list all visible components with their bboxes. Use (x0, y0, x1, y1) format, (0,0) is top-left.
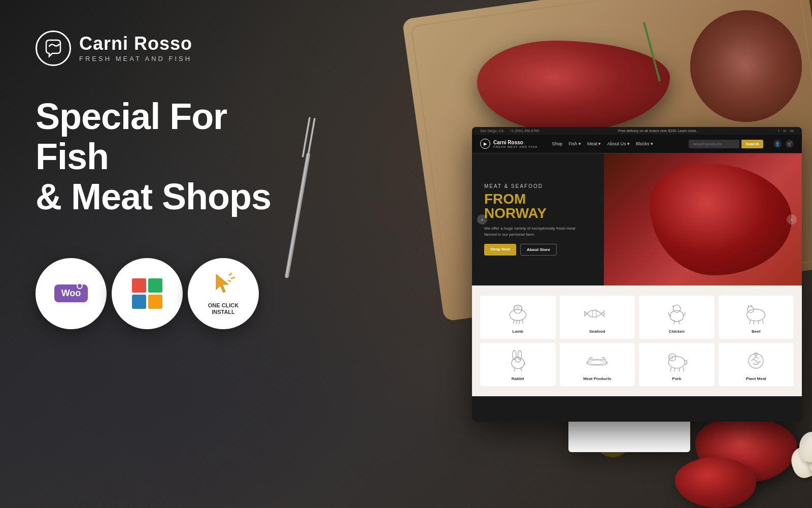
seafood-icon-box (582, 301, 613, 326)
hero-description: We offer a huge variety of exceptionally… (484, 226, 576, 238)
category-meat-products[interactable]: Meat Products (560, 343, 635, 386)
pork-icon-box (661, 348, 692, 373)
rabbit-label: Rabbit (512, 376, 524, 381)
svg-line-34 (514, 368, 515, 371)
g-cell-blue (132, 295, 146, 309)
lamb-icon-box (502, 301, 533, 326)
gutenberg-grid (132, 278, 162, 309)
chicken-label: Chicken (669, 329, 685, 334)
svg-line-46 (683, 367, 684, 371)
seafood-icon (583, 302, 611, 325)
seafood-label: Seafood (589, 329, 605, 334)
chicken-icon (663, 302, 691, 325)
rabbit-icon-box (502, 348, 533, 373)
search-button[interactable]: Search (741, 140, 763, 148)
nav-logo: ▶ Carni Rosso FRESH MEAT AND FISH (480, 139, 537, 149)
woo-logo: Woo (53, 282, 89, 305)
categories-section: Lamb Seaf (472, 285, 802, 396)
meat-products-label: Meat Products (583, 376, 611, 381)
search-area: Search (689, 140, 763, 148)
beef-icon (742, 302, 770, 325)
category-rabbit[interactable]: Rabbit (480, 343, 556, 386)
hero-subtitle: MEAT & SEAFOOD (484, 183, 576, 189)
search-input[interactable] (689, 140, 739, 148)
svg-point-48 (755, 353, 757, 355)
logo-text: Carni Rosso FRESH MEAT AND FISH (79, 35, 192, 62)
nav-brand-sub: FRESH MEAT AND FISH (493, 145, 537, 148)
chicken-icon-box (661, 301, 692, 326)
woocommerce-badge: Woo (36, 258, 107, 329)
svg-line-13 (519, 320, 520, 324)
category-chicken[interactable]: Chicken (639, 296, 715, 339)
plant-meat-icon-box (741, 348, 771, 373)
cursor-icon-svg (211, 271, 235, 296)
nav-link-blocks[interactable]: Blocks ▾ (636, 141, 653, 146)
svg-line-35 (521, 368, 522, 371)
topbar-promo: Free delivery on all orders over $100. L… (618, 129, 699, 133)
beef-icon-box (741, 301, 771, 326)
social-fb: f (779, 129, 780, 133)
left-panel: Carni Rosso FRESH MEAT AND FISH Special … (0, 0, 335, 508)
svg-point-37 (590, 360, 604, 364)
svg-line-4 (229, 273, 231, 275)
category-lamb[interactable]: Lamb (480, 296, 556, 339)
hero-bg-image (604, 153, 802, 285)
nav-brand-name: Carni Rosso (493, 140, 537, 145)
cart-icon[interactable]: 🛒 (786, 140, 794, 148)
shop-now-button[interactable]: Shop Now (484, 244, 516, 256)
brand-name: Carni Rosso (79, 35, 192, 53)
meat-products-icon-box (582, 348, 613, 373)
right-panel: Be... Organic Beef $39.00 Sale Organic B… (294, 0, 812, 508)
topbar-right: f in tw (779, 129, 794, 133)
svg-rect-36 (588, 359, 606, 365)
category-seafood[interactable]: Seafood (560, 296, 635, 339)
category-pork[interactable]: Pork (639, 343, 715, 386)
svg-marker-3 (216, 274, 228, 293)
svg-point-40 (668, 356, 685, 368)
lamb-label: Lamb (513, 329, 523, 334)
one-click-icon (211, 271, 235, 300)
category-plant-meat[interactable]: Plant Meat (719, 343, 794, 386)
svg-text:Woo: Woo (61, 288, 81, 298)
hero-title: FROMNORWAY (484, 192, 576, 220)
g-cell-red (132, 278, 146, 293)
logo-area: Carni Rosso FRESH MEAT AND FISH (36, 30, 299, 66)
screenshot-main: San Diego, CA +1 (954) 456-6789 Free del… (472, 127, 802, 422)
nav-bar: ▶ Carni Rosso FRESH MEAT AND FISH Shop F… (472, 135, 802, 153)
category-beef[interactable]: Beef (719, 296, 794, 339)
svg-line-16 (603, 310, 605, 312)
hero-prev-arrow[interactable]: ‹ (477, 214, 487, 225)
one-click-badge: ONE CLICKINSTALL (188, 258, 259, 329)
badges-row: Woo (36, 258, 299, 329)
plant-meat-icon (742, 350, 770, 372)
svg-point-24 (747, 309, 765, 321)
main-headline: Special For Fish & Meat Shops (36, 97, 299, 217)
svg-line-45 (679, 368, 680, 371)
nav-link-meat[interactable]: Meat ▾ (587, 141, 601, 146)
top-info-bar: San Diego, CA +1 (954) 456-6789 Free del… (472, 127, 802, 135)
nav-link-about[interactable]: About Us ▾ (607, 141, 630, 146)
svg-point-21 (673, 305, 680, 312)
logo-svg (42, 37, 64, 59)
hero-section: MEAT & SEAFOOD FROMNORWAY We offer a hug… (472, 153, 802, 285)
nav-link-shop[interactable]: Shop (552, 141, 562, 146)
pork-label: Pork (672, 376, 681, 381)
svg-line-11 (513, 320, 514, 323)
svg-line-29 (762, 320, 763, 323)
one-click-label: ONE CLICKINSTALL (208, 302, 239, 315)
woo-svg: Woo (53, 282, 89, 305)
categories-grid-row1: Lamb Seaf (480, 296, 794, 339)
user-icon[interactable]: 👤 (773, 140, 782, 148)
headline-line1: Special For Fish (36, 96, 227, 177)
categories-grid-row2: Rabbit Meat Products (480, 343, 794, 386)
svg-line-17 (603, 315, 605, 317)
hero-next-arrow[interactable]: › (787, 214, 797, 225)
nav-link-fish[interactable]: Fish ▾ (568, 141, 581, 146)
nav-logo-icon: ▶ (480, 139, 490, 149)
logo-icon (36, 30, 71, 66)
pork-icon (663, 350, 691, 372)
hero-meat-image (650, 164, 792, 275)
social-in: in (784, 129, 786, 133)
about-store-button[interactable]: About Store (520, 244, 557, 256)
location-text: San Diego, CA (480, 129, 503, 133)
